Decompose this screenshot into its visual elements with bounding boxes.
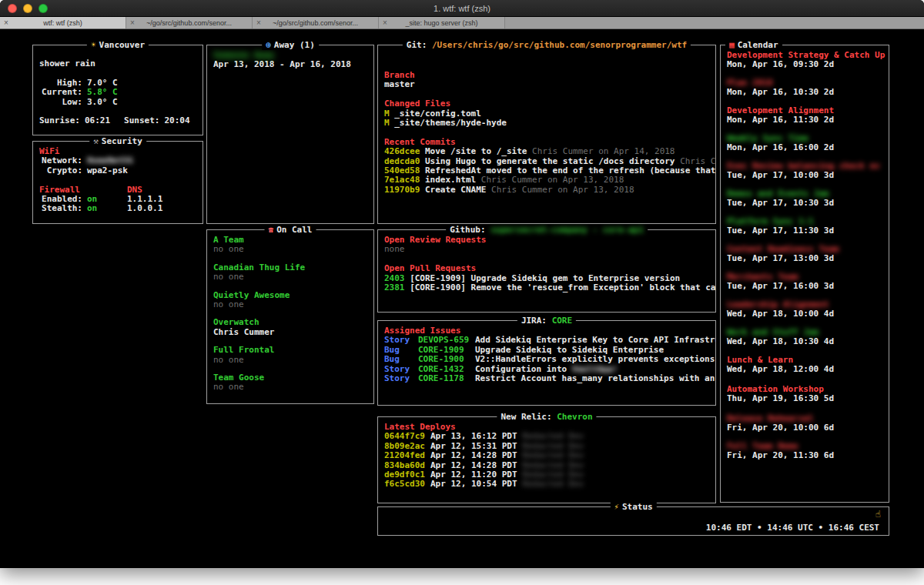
event-when: Tue, Apr 17, 11:30 3d <box>727 226 882 236</box>
issue-key: CORE-1178 <box>418 374 475 383</box>
oncall-team-person: no one <box>213 300 367 309</box>
commit-meta: Chris Cummer on Apr 13, 2018 <box>481 175 624 185</box>
jira-issue-row: StoryCORE-1178Restrict Account has_many … <box>384 374 709 383</box>
sunset-label: Sunset: <box>124 116 159 125</box>
network-label: Network: <box>39 156 82 165</box>
pull-request-row: 2381 [CORE-1900] Remove the 'rescue_from… <box>384 283 709 292</box>
commit-hash: 7e1ac48 <box>384 175 420 185</box>
tab-bar: × wtf: wtf (zsh) × ~/go/src/github.com/s… <box>0 17 924 29</box>
commit-message: index.html <box>425 175 476 185</box>
event-when: Fri, Apr 20, 10:00 6d <box>727 423 882 433</box>
deploy-row: 21204fedApr 12, 14:28 PDTRedacted Dev <box>384 451 709 460</box>
calendar-event: Leadership Alignment Wed, Apr 18, 10:00 … <box>727 300 882 319</box>
review-requests-empty: none <box>384 245 709 254</box>
calendar-event: Content Readiness Team Tue, Apr 17, 13:0… <box>727 245 882 264</box>
tab-close-icon[interactable]: × <box>256 18 261 27</box>
git-file-path: _site/themes/hyde-hyde <box>394 118 507 128</box>
terminal-screen[interactable]: ☀Vancouver shower rain High:7.0° C Curre… <box>0 29 924 567</box>
calendar-event: Development Alignment Mon, Apr 16, 11:30… <box>727 106 882 125</box>
calendar-event: Exec Review balancing check ev Tue, Apr … <box>727 162 882 181</box>
event-when: Tue, Apr 17, 10:30 3d <box>727 199 882 208</box>
jira-label: JIRA: <box>521 316 547 326</box>
oncall-team: Overwatch Chris Cummer <box>213 318 367 337</box>
event-when: Wed, Apr 18, 10:30 4d <box>727 337 882 346</box>
git-changed-file: M _site/themes/hyde-hyde <box>384 119 709 128</box>
phone-icon: ☎ <box>269 225 274 235</box>
issue-type: Story <box>384 374 418 383</box>
status-panel-title: ⚡Status <box>610 502 656 512</box>
commit-message: Using Hugo to generate the static /docs … <box>425 156 675 166</box>
deploy-when: Apr 13, 16:12 PDT <box>430 431 517 441</box>
tab-close-icon[interactable]: × <box>130 18 135 27</box>
git-branch-name: master <box>384 80 709 89</box>
tab-close-icon[interactable]: × <box>4 18 8 27</box>
calendar-title-text: Calendar <box>738 40 778 50</box>
commit-hash: 426dcee <box>384 146 420 156</box>
event-when: Mon, Apr 16, 10:30 2d <box>727 88 882 97</box>
tab-hugo-server[interactable]: × _site: hugo server (zsh) <box>379 17 505 28</box>
crypto-value: wpa2-psk <box>87 165 128 176</box>
github-panel-title: Github: supersecret-company - core-api <box>446 225 648 235</box>
oncall-team-person: Chris Cummer <box>213 328 367 337</box>
tab-go-src-1[interactable]: × ~/go/src/github.com/senor... <box>126 17 253 28</box>
away-title-text: Away (1) <box>274 40 315 50</box>
tab-wtf[interactable]: × wtf: wtf (zsh) <box>0 17 126 28</box>
git-commit-row: 11970b9 Create CNAME Chris Cummer on Apr… <box>384 186 709 195</box>
jira-panel-title: JIRA: CORE <box>517 316 576 326</box>
event-title-redacted: Platform Sync 1:1 <box>727 217 882 226</box>
git-label: Git: <box>407 40 427 50</box>
newrelic-panel-title: New Relic: Chevron <box>497 412 596 422</box>
deploy-hash: f6c5cd30 <box>384 479 425 489</box>
event-title-redacted: Release Rehearsal <box>727 414 882 423</box>
calendar-event: Full Team Demo Fri, Apr 20, 11:30 6d <box>727 442 882 461</box>
git-branch-header: Branch <box>384 71 709 80</box>
away-person-redacted: Someone Away <box>213 51 367 60</box>
commit-message: Move /site to /_site <box>425 146 527 156</box>
tab-label: _site: hugo server (zsh) <box>405 19 477 27</box>
weather-current-value: 5.8° C <box>87 88 118 97</box>
oncall-panel: ☎On Call A Team no one Canadian Thug Lif… <box>206 229 374 404</box>
github-panel: Github: supersecret-company - core-api O… <box>377 229 716 313</box>
deploy-row: 0644f7c9Apr 13, 16:12 PDTRedacted Dev <box>384 432 709 441</box>
event-title-redacted: Merchants Team <box>727 272 882 282</box>
sunrise-label: Sunrise: <box>39 116 80 125</box>
deploy-row: f6c5cd30Apr 12, 10:54 PDTRedacted Dev <box>384 480 709 489</box>
oncall-team-name: Full Frontal <box>213 346 367 355</box>
status-panel: ⚡Status ☝ 10:46 EDT • 14:46 UTC • 16:46 … <box>377 506 889 536</box>
stealth-value: on <box>87 203 97 213</box>
commit-meta: Chris Cummer <box>680 156 715 166</box>
weather-condition: shower rain <box>39 59 196 69</box>
calendar-event: Work and Stuff Jam Wed, Apr 18, 10:30 4d <box>727 328 882 347</box>
deploy-who-redacted: Redacted Dev <box>523 479 584 489</box>
close-window-button[interactable] <box>8 4 17 13</box>
git-panel: Git: /Users/chris/go/src/github.com/seno… <box>377 45 716 224</box>
jira-project: CORE <box>552 316 573 326</box>
traffic-lights <box>8 4 48 13</box>
tab-go-src-2[interactable]: × ~/go/src/github.com/senor... <box>253 17 379 28</box>
git-file-path: _site/config.toml <box>394 109 481 119</box>
deploy-hash: de9df0c1 <box>384 470 425 480</box>
event-when: Mon, Apr 16, 09:30 2d <box>727 60 882 69</box>
oncall-team: Quietly Awesome no one <box>213 291 367 310</box>
pr-title: [CORE-1900] Remove the 'rescue_from Exce… <box>410 282 715 292</box>
event-when: Thu, Apr 19, 16:30 5d <box>727 394 882 403</box>
event-title-redacted: Demos and Events Jam <box>727 189 882 199</box>
minimize-window-button[interactable] <box>23 4 32 13</box>
deploy-hash: 21204fed <box>384 450 425 460</box>
calendar-event: Platform Sync 1:1 Tue, Apr 17, 11:30 3d <box>727 217 882 236</box>
zoom-window-button[interactable] <box>38 4 48 13</box>
calendar-panel-title: ▦Calendar <box>725 40 782 50</box>
git-panel-title: Git: /Users/chris/go/src/github.com/seno… <box>403 40 691 50</box>
calendar-event: Weekly Sync Time Mon, Apr 16, 16:00 2d <box>727 134 882 153</box>
sunset-value: 20:04 <box>164 116 189 125</box>
commit-hash: 11970b9 <box>384 185 420 195</box>
git-file-flag: M <box>384 118 390 128</box>
issue-type: Story <box>384 336 418 345</box>
tab-close-icon[interactable]: × <box>383 18 387 27</box>
window-titlebar[interactable]: 1. wtf: wtf (zsh) <box>0 0 924 17</box>
issue-key: DEVOPS-659 <box>418 336 475 345</box>
pr-title: [CORE-1909] Upgrade Sidekiq gem to Enter… <box>410 273 680 283</box>
event-when: Tue, Apr 17, 16:00 3d <box>727 282 882 291</box>
git-file-flag: M <box>384 109 390 119</box>
stealth-label: Stealth: <box>39 204 82 213</box>
